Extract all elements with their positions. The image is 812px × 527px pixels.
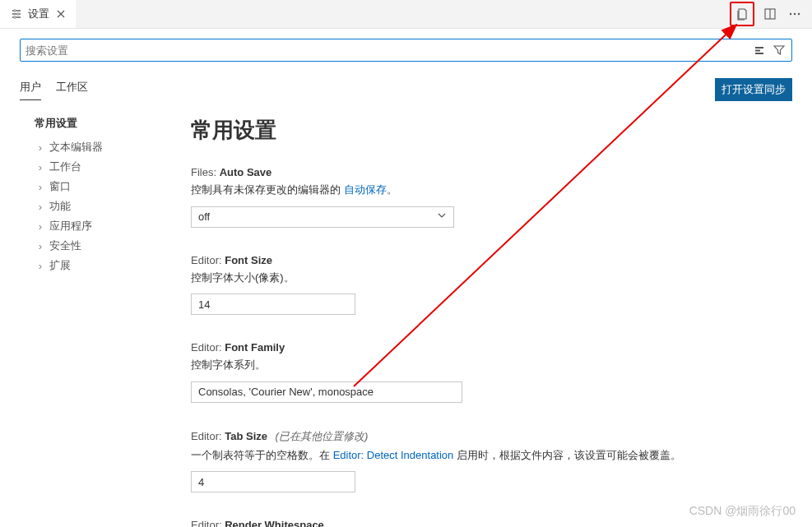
scope-tab-user[interactable]: 用户 (20, 80, 41, 100)
chevron-right-icon: › (35, 201, 46, 213)
svg-rect-12 (755, 50, 760, 52)
chevron-right-icon: › (35, 161, 46, 173)
setting-prefix: Editor: (191, 430, 222, 442)
desc-text: 控制具有未保存更改的编辑器的 (191, 183, 344, 196)
setting-label: Files: Auto Save (191, 166, 776, 178)
tab-actions (730, 2, 812, 26)
setting-tab-size: Editor: Tab Size (已在其他位置修改) 一个制表符等于的空格数。… (191, 429, 776, 493)
sidebar-item-workbench[interactable]: ›工作台 (35, 157, 176, 177)
sidebar-item-features[interactable]: ›功能 (35, 196, 176, 216)
search-input[interactable] (26, 44, 752, 57)
sidebar-item-label: 功能 (49, 199, 71, 214)
chevron-right-icon: › (35, 220, 46, 233)
more-icon[interactable] (786, 5, 804, 23)
tab-label: 设置 (28, 7, 49, 21)
setting-desc: 控制字体大小(像素)。 (191, 270, 776, 286)
setting-label: Editor: Tab Size (已在其他位置修改) (191, 429, 776, 444)
sidebar-item-label: 应用程序 (49, 219, 92, 233)
chevron-right-icon: › (35, 240, 46, 252)
watermark: CSDN @烟雨徐行00 (689, 504, 796, 519)
sidebar-item-label: 工作台 (49, 159, 81, 174)
setting-prefix: Editor: (191, 519, 222, 527)
select-value: off (198, 210, 210, 223)
auto-save-select[interactable]: off (191, 206, 454, 228)
svg-point-8 (790, 13, 791, 15)
svg-point-9 (794, 13, 796, 15)
tab-bar: 设置 (0, 0, 812, 29)
chevron-right-icon: › (35, 181, 46, 193)
setting-name: Font Size (225, 254, 272, 266)
setting-modified-note: (已在其他位置修改) (276, 430, 369, 442)
sidebar-item-label: 文本编辑器 (49, 140, 103, 155)
setting-auto-save: Files: Auto Save 控制具有未保存更改的编辑器的 自动保存。 of… (191, 166, 776, 228)
sidebar-item-text-editor[interactable]: ›文本编辑器 (35, 137, 176, 157)
open-settings-json-icon[interactable] (733, 5, 751, 23)
setting-prefix: Files: (191, 166, 216, 178)
setting-desc: 一个制表符等于的空格数。在 Editor: Detect Indentation… (191, 447, 776, 464)
settings-icon (10, 7, 23, 21)
setting-desc: 控制字体系列。 (191, 357, 776, 373)
setting-render-whitespace: Editor: Render Whitespace 控制编辑器在空白字符上显示符… (191, 519, 776, 527)
sidebar-heading[interactable]: 常用设置 (35, 116, 176, 131)
sidebar-item-window[interactable]: ›窗口 (35, 177, 176, 196)
setting-prefix: Editor: (191, 254, 222, 266)
svg-rect-13 (755, 53, 763, 54)
sidebar-item-security[interactable]: ›安全性 (35, 236, 176, 256)
scope-tab-workspace[interactable]: 工作区 (56, 80, 88, 99)
setting-label: Editor: Font Family (191, 341, 776, 354)
setting-name: Tab Size (225, 430, 267, 442)
svg-point-5 (14, 16, 16, 19)
setting-name: Font Family (225, 341, 285, 354)
section-title: 常用设置 (191, 116, 776, 145)
filter-icon[interactable] (772, 43, 786, 58)
close-icon[interactable] (54, 7, 67, 21)
setting-name: Render Whitespace (225, 519, 324, 527)
sidebar-item-label: 扩展 (49, 258, 71, 273)
setting-name: Auto Save (220, 166, 272, 178)
svg-point-4 (17, 13, 20, 16)
setting-prefix: Editor: (191, 341, 222, 354)
auto-save-link[interactable]: 自动保存 (344, 183, 387, 196)
setting-font-family: Editor: Font Family 控制字体系列。 (191, 341, 776, 403)
settings-body: 常用设置 Files: Auto Save 控制具有未保存更改的编辑器的 自动保… (176, 116, 792, 527)
desc-text: 启用时，根据文件内容，该设置可能会被覆盖。 (453, 449, 681, 461)
font-size-input[interactable] (191, 294, 355, 315)
setting-label: Editor: Render Whitespace (191, 519, 776, 527)
sync-button[interactable]: 打开设置同步 (715, 78, 792, 101)
scope-row: 用户 工作区 打开设置同步 (20, 78, 792, 101)
desc-text: 一个制表符等于的空格数。在 (191, 449, 333, 461)
sidebar-item-application[interactable]: ›应用程序 (35, 216, 176, 236)
setting-font-size: Editor: Font Size 控制字体大小(像素)。 (191, 254, 776, 316)
font-family-input[interactable] (191, 381, 462, 403)
chevron-right-icon: › (35, 260, 46, 272)
split-editor-icon[interactable] (761, 5, 779, 23)
search-box[interactable] (20, 39, 792, 62)
setting-desc: 控制具有未保存更改的编辑器的 自动保存。 (191, 182, 776, 198)
clear-icon[interactable] (752, 43, 767, 58)
settings-toc: 常用设置 ›文本编辑器 ›工作台 ›窗口 ›功能 ›应用程序 ›安全性 ›扩展 (20, 116, 176, 527)
settings-editor: 用户 工作区 打开设置同步 常用设置 ›文本编辑器 ›工作台 ›窗口 ›功能 ›… (0, 29, 812, 527)
chevron-right-icon: › (35, 141, 46, 154)
settings-tab[interactable]: 设置 (0, 0, 76, 28)
desc-text: 。 (387, 183, 397, 196)
svg-rect-11 (755, 47, 763, 49)
search-actions (752, 43, 786, 58)
tab-size-input[interactable] (191, 471, 355, 492)
detect-indentation-link[interactable]: Editor: Detect Indentation (333, 449, 454, 461)
sidebar-item-label: 安全性 (49, 238, 81, 253)
setting-label: Editor: Font Size (191, 254, 776, 266)
sidebar-item-label: 窗口 (49, 179, 71, 194)
annotation-highlight (730, 2, 754, 26)
sidebar-item-extensions[interactable]: ›扩展 (35, 256, 176, 275)
chevron-down-icon (437, 210, 447, 223)
svg-point-3 (14, 10, 16, 12)
svg-point-10 (798, 13, 800, 15)
